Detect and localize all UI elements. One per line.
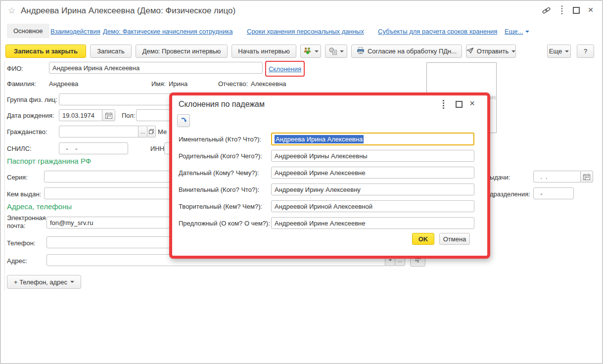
birthplace-label-fragment: Ме bbox=[158, 128, 167, 136]
addresses-section-header: Адреса, телефоны bbox=[7, 202, 72, 211]
consent-print-button[interactable]: Согласие на обработку ПДн... bbox=[351, 45, 462, 58]
firstname-label: Имя: bbox=[151, 80, 166, 88]
group-label: Группа физ. лиц: bbox=[7, 96, 57, 103]
case-label-prepositional: Предложный (О ком? О чем?): bbox=[179, 220, 270, 227]
address-label: Адрес: bbox=[7, 257, 27, 265]
chevron-down-icon bbox=[525, 31, 529, 33]
case-label-accusative: Винительный (Кого? Что?): bbox=[179, 186, 259, 193]
printer-icon bbox=[357, 47, 365, 55]
issue-date-input[interactable] bbox=[533, 171, 581, 182]
tabs-more-label: Еще... bbox=[505, 28, 523, 35]
chevron-down-icon bbox=[315, 50, 319, 52]
calendar-icon bbox=[583, 174, 590, 180]
tab-link-interactions[interactable]: Взаимодействия bbox=[50, 28, 100, 35]
birthdate-calendar-button[interactable] bbox=[102, 109, 115, 121]
case-input-genitive[interactable] bbox=[271, 150, 474, 162]
toolbar-more-button[interactable]: Еще bbox=[547, 45, 571, 58]
page-title: Андреева Ирина Алексеевна (Демо: Физичес… bbox=[21, 6, 235, 16]
chevron-down-icon bbox=[340, 50, 344, 52]
case-label-dative: Дательный (Кому? Чему?): bbox=[179, 169, 259, 177]
passport-section-header: Паспорт гражданина РФ bbox=[7, 157, 91, 165]
close-icon[interactable]: × bbox=[586, 4, 595, 14]
modal-cancel-button[interactable]: Отмена bbox=[439, 233, 470, 245]
tab-link-demo-accruals[interactable]: Демо: Фактические начисления сотрудника bbox=[103, 28, 232, 35]
issued-by-label: Кем выдан: bbox=[7, 190, 41, 198]
tab-main[interactable]: Основное bbox=[7, 24, 49, 38]
open-form-icon bbox=[149, 129, 154, 134]
email-label: Электронная почта: bbox=[7, 214, 46, 230]
help-button[interactable]: ? bbox=[577, 45, 594, 58]
gender-label: Пол: bbox=[122, 112, 136, 119]
citizenship-open-button[interactable] bbox=[147, 126, 156, 137]
modal-kebab-icon[interactable] bbox=[443, 100, 444, 112]
form-left-divider bbox=[4, 61, 5, 291]
phone-label: Телефон: bbox=[7, 239, 36, 247]
tab-link-retention-periods[interactable]: Сроки хранения персональных данных bbox=[247, 28, 364, 35]
chevron-down-icon bbox=[565, 50, 569, 52]
favorite-star-icon[interactable]: ☆ bbox=[8, 5, 15, 16]
save-and-close-button[interactable]: Записать и закрыть bbox=[5, 45, 86, 58]
chevron-down-icon bbox=[70, 281, 74, 283]
case-input-instrumental[interactable] bbox=[271, 200, 474, 212]
maximize-icon[interactable] bbox=[572, 6, 580, 14]
modal-ok-button[interactable]: OK bbox=[412, 233, 434, 245]
modal-title: Склонения по падежам bbox=[179, 100, 265, 109]
lastname-label: Фамилия: bbox=[7, 80, 36, 88]
fio-label: ФИО: bbox=[7, 65, 23, 72]
calendar-icon bbox=[105, 112, 112, 119]
case-input-prepositional[interactable] bbox=[271, 217, 474, 229]
case-input-nominative[interactable]: Андреева Ирина Алексеевна bbox=[271, 133, 474, 145]
save-button[interactable]: Записать bbox=[90, 45, 132, 58]
selected-text: Андреева Ирина Алексеевна bbox=[275, 135, 364, 143]
series-label: Серия: bbox=[7, 174, 28, 181]
case-input-dative[interactable] bbox=[271, 167, 474, 179]
citizenship-input[interactable] bbox=[59, 126, 139, 137]
send-plane-icon bbox=[466, 47, 474, 55]
issue-date-calendar-button[interactable] bbox=[580, 171, 593, 182]
chevron-down-icon bbox=[388, 259, 391, 261]
case-label-genitive: Родительный (Кого? Чего?): bbox=[179, 152, 262, 160]
modal-maximize-icon[interactable] bbox=[456, 101, 463, 110]
gear-document-icon: ⚙ bbox=[328, 47, 337, 55]
tabs-more-menu[interactable]: Еще... bbox=[505, 28, 529, 35]
app-window: ☆ Андреева Ирина Алексеевна (Демо: Физич… bbox=[0, 0, 603, 364]
fio-input[interactable] bbox=[49, 62, 263, 74]
case-input-accusative[interactable] bbox=[271, 183, 474, 195]
lastname-value: Андреева bbox=[49, 80, 78, 88]
firstname-value: Ирина bbox=[169, 80, 187, 88]
middlename-value: Алексеевна bbox=[251, 80, 286, 88]
start-interview-button[interactable]: Начать интервью bbox=[232, 45, 296, 58]
more-button-label: Еще bbox=[549, 47, 562, 55]
send-button[interactable]: Отправить bbox=[466, 45, 516, 58]
copy-link-icon[interactable] bbox=[541, 6, 551, 15]
declensions-highlight-box: Склонения bbox=[265, 61, 305, 77]
modal-refresh-button[interactable] bbox=[177, 114, 190, 127]
send-button-label: Отправить bbox=[477, 47, 509, 55]
refresh-declensions-icon bbox=[180, 117, 187, 125]
templates-button[interactable]: ⚙ bbox=[325, 45, 347, 58]
create-based-on-button[interactable] bbox=[300, 45, 321, 58]
demo-interview-button[interactable]: Демо: Провести интервью bbox=[136, 45, 228, 58]
department-code-input[interactable] bbox=[533, 187, 574, 199]
modal-close-icon[interactable]: × bbox=[469, 98, 475, 108]
declensions-link[interactable]: Склонения bbox=[269, 65, 301, 73]
declensions-modal: Склонения по падежам × Именительный (Кто… bbox=[169, 92, 490, 259]
add-person-icon bbox=[303, 47, 312, 56]
snils-label: СНИЛС: bbox=[7, 145, 32, 152]
birthdate-label: Дата рождения: bbox=[7, 112, 54, 119]
window-menu-kebab-icon[interactable] bbox=[560, 5, 564, 15]
case-label-nominative: Именительный (Кто? Что?): bbox=[179, 136, 261, 143]
snils-input[interactable] bbox=[59, 142, 128, 154]
birthdate-input[interactable] bbox=[59, 109, 102, 121]
department-code-label-fragment: одразделения: bbox=[486, 190, 530, 198]
consent-button-label: Согласие на обработку ПДн... bbox=[368, 47, 457, 55]
tab-link-retention-subjects[interactable]: Субъекты для расчета сроков хранения bbox=[378, 28, 497, 35]
inn-label: ИНН: bbox=[150, 145, 166, 152]
add-phone-address-button[interactable]: + Телефон, адрес bbox=[7, 275, 81, 289]
citizenship-choose-button[interactable]: ... bbox=[138, 126, 147, 137]
middlename-label: Отчество: bbox=[218, 80, 248, 88]
case-label-instrumental: Творительный (Кем? Чем?): bbox=[179, 203, 262, 210]
citizenship-label: Гражданство: bbox=[7, 128, 47, 136]
chevron-down-icon bbox=[511, 50, 515, 52]
add-phone-address-label: + Телефон, адрес bbox=[14, 278, 67, 286]
